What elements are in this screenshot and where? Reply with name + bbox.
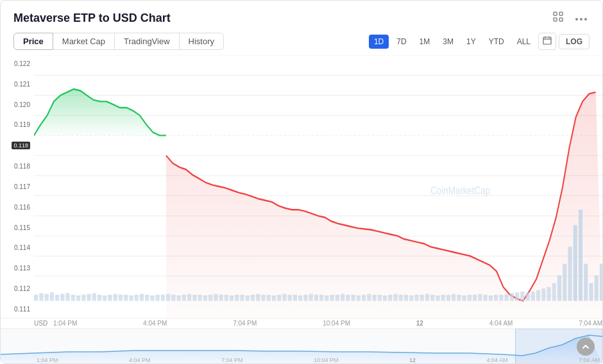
svg-rect-95 <box>409 295 413 301</box>
svg-rect-46 <box>150 295 154 301</box>
tab-group: Price Market Cap TradingView History <box>13 33 224 50</box>
svg-rect-121 <box>547 287 550 301</box>
svg-rect-104 <box>457 295 461 301</box>
svg-rect-91 <box>388 295 392 301</box>
svg-rect-42 <box>129 295 133 301</box>
tabs-row: Price Market Cap TradingView History 1D … <box>1 33 602 55</box>
svg-rect-111 <box>494 295 498 301</box>
svg-rect-112 <box>499 295 503 301</box>
svg-rect-89 <box>378 295 382 301</box>
svg-rect-68 <box>267 295 271 301</box>
y-label-8: 0.115 <box>3 224 30 231</box>
svg-rect-102 <box>446 295 450 301</box>
tab-marketcap[interactable]: Market Cap <box>53 33 115 50</box>
x-axis: USD 1:04 PM 4:04 PM 7:04 PM 10:04 PM 12 … <box>1 318 602 328</box>
svg-rect-59 <box>219 295 223 301</box>
y-label-3: 0.119 <box>3 121 30 128</box>
svg-rect-27 <box>50 292 54 301</box>
svg-rect-82 <box>341 294 344 301</box>
tab-history[interactable]: History <box>180 33 224 50</box>
mini-time-4: 12 <box>409 357 416 363</box>
y-label-9: 0.114 <box>3 244 30 251</box>
y-label-11: 0.112 <box>3 285 30 292</box>
y-label-7: 0.116 <box>3 204 30 211</box>
svg-rect-52 <box>182 295 186 301</box>
svg-rect-84 <box>352 295 355 301</box>
svg-rect-108 <box>478 294 482 301</box>
y-label-2: 0.120 <box>3 101 30 108</box>
mini-time-2: 7:04 PM <box>221 357 243 363</box>
time-btn-7d[interactable]: 7D <box>391 35 411 49</box>
svg-rect-81 <box>335 295 339 301</box>
svg-rect-79 <box>325 295 328 301</box>
svg-rect-77 <box>314 295 318 301</box>
svg-rect-124 <box>563 264 566 301</box>
time-btn-3m[interactable]: 3M <box>437 35 459 49</box>
chart-watermark: CoinMarketCap <box>430 185 490 196</box>
svg-rect-2 <box>554 18 557 21</box>
svg-rect-94 <box>404 295 408 301</box>
header-icons <box>550 10 590 26</box>
svg-rect-90 <box>383 295 387 301</box>
usd-label: USD <box>34 320 53 327</box>
price-chart-svg: CoinMarketCap <box>34 55 602 318</box>
time-btn-1d[interactable]: 1D <box>369 35 389 49</box>
svg-rect-122 <box>552 283 556 301</box>
y-label-12: 0.111 <box>3 306 30 313</box>
svg-rect-53 <box>187 294 191 301</box>
svg-rect-1 <box>559 12 563 15</box>
time-btn-ytd[interactable]: YTD <box>484 35 509 49</box>
time-btn-1m[interactable]: 1M <box>414 35 436 49</box>
time-controls: 1D 7D 1M 3M 1Y YTD ALL LOG <box>369 33 590 50</box>
svg-rect-96 <box>414 295 418 301</box>
main-chart-area: 0.122 0.121 0.120 0.119 0.118 0.118 0.11… <box>1 55 602 363</box>
more-options-button[interactable] <box>573 11 590 25</box>
svg-rect-64 <box>246 295 250 301</box>
mini-time-0: 1:04 PM <box>37 357 58 363</box>
svg-rect-32 <box>76 295 80 301</box>
time-label-0: 1:04 PM <box>53 320 77 327</box>
svg-rect-58 <box>214 294 217 301</box>
svg-rect-55 <box>198 295 201 301</box>
tab-price[interactable]: Price <box>13 33 53 50</box>
svg-rect-37 <box>103 295 106 301</box>
y-label-0: 0.122 <box>3 60 30 67</box>
time-label-3: 10:04 PM <box>323 320 350 327</box>
expand-button[interactable] <box>550 10 566 26</box>
svg-rect-62 <box>235 295 239 301</box>
svg-rect-118 <box>531 292 535 301</box>
time-label-6: 7:04 AM <box>579 320 602 327</box>
svg-rect-129 <box>589 283 593 301</box>
svg-rect-30 <box>65 293 69 301</box>
svg-rect-73 <box>293 295 297 301</box>
svg-rect-86 <box>362 295 366 301</box>
calendar-button[interactable] <box>538 33 556 50</box>
svg-rect-131 <box>600 264 602 301</box>
header: Metaverse ETP to USD Chart <box>1 1 602 33</box>
tab-tradingview[interactable]: TradingView <box>115 33 180 50</box>
svg-rect-45 <box>145 295 149 301</box>
svg-rect-3 <box>559 18 563 21</box>
svg-rect-130 <box>595 276 599 301</box>
y-label-4: 0.118 <box>3 142 30 149</box>
svg-rect-48 <box>161 295 165 301</box>
svg-rect-47 <box>156 295 160 301</box>
svg-rect-7 <box>543 37 551 44</box>
time-btn-1y[interactable]: 1Y <box>461 35 481 49</box>
log-button[interactable]: LOG <box>559 34 590 49</box>
y-label-6: 0.117 <box>3 183 30 190</box>
svg-rect-100 <box>436 295 439 301</box>
scroll-to-top-button[interactable] <box>577 338 595 356</box>
svg-rect-78 <box>319 295 323 301</box>
svg-rect-69 <box>272 295 276 301</box>
mini-time-1: 4:04 PM <box>129 357 151 363</box>
svg-rect-66 <box>256 294 260 301</box>
mini-time-6: 7:04 AM <box>579 357 600 363</box>
svg-rect-54 <box>192 295 196 301</box>
svg-rect-116 <box>520 292 524 301</box>
time-label-1: 4:04 PM <box>143 320 167 327</box>
svg-rect-75 <box>303 295 307 301</box>
svg-rect-25 <box>39 293 43 301</box>
red-area <box>166 92 602 318</box>
time-btn-all[interactable]: ALL <box>512 35 536 49</box>
